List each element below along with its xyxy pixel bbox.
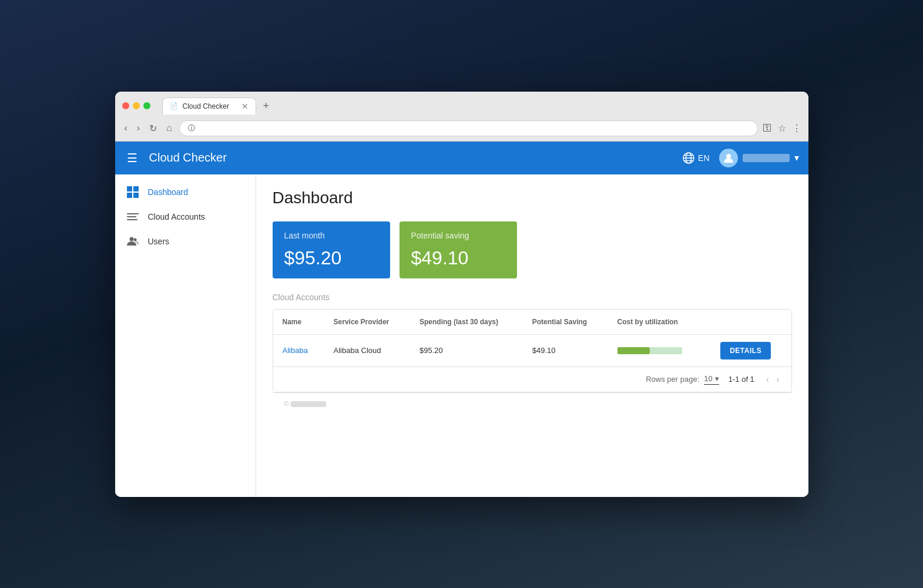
cell-spending: $95.20 — [410, 334, 523, 367]
traffic-lights — [122, 102, 150, 109]
col-action — [711, 310, 791, 335]
maximize-traffic-light[interactable] — [143, 102, 150, 109]
sidebar: Dashboard Cloud Accounts — [115, 174, 256, 497]
toolbar-right: ⚿ ☆ ⋮ — [763, 123, 801, 134]
key-icon: ⚿ — [763, 123, 772, 133]
utilization-bar — [617, 347, 688, 354]
sidebar-item-label-cloud-accounts: Cloud Accounts — [148, 212, 205, 221]
hamburger-button[interactable]: ☰ — [125, 149, 140, 167]
app-layout: ☰ Cloud Checker EN — [115, 142, 808, 497]
potential-saving-label: Potential saving — [411, 231, 505, 240]
col-spending: Spending (last 30 days) — [410, 310, 523, 335]
nav-right: EN ▾ — [683, 149, 798, 167]
copyright-symbol: © — [284, 400, 289, 407]
language-selector[interactable]: EN — [683, 152, 709, 164]
top-nav: ☰ Cloud Checker EN — [115, 142, 808, 174]
util-unused-bar — [650, 347, 682, 354]
language-label: EN — [698, 153, 709, 163]
main-area: Dashboard Cloud Accounts — [115, 174, 808, 497]
active-tab[interactable]: 📄 Cloud Checker ✕ — [162, 98, 256, 115]
address-bar[interactable]: ⓘ — [179, 120, 758, 136]
cell-action: DETAILS — [711, 334, 791, 367]
table-header-row: Name Service Provider Spending (last 30 … — [273, 310, 791, 335]
dashboard-icon — [127, 186, 139, 198]
stat-cards: Last month $95.20 Potential saving $49.1… — [273, 221, 792, 278]
sidebar-item-dashboard[interactable]: Dashboard — [115, 179, 256, 205]
user-menu-chevron: ▾ — [794, 152, 799, 163]
footer-company-name — [291, 401, 326, 407]
cell-utilization — [608, 334, 711, 367]
cloud-accounts-icon — [127, 213, 139, 220]
table-row: Alibaba Alibaba Cloud $95.20 $49.10 — [273, 334, 791, 367]
refresh-button[interactable]: ↻ — [147, 122, 159, 135]
sidebar-item-label-users: Users — [148, 237, 170, 246]
tab-title: Cloud Checker — [183, 102, 229, 110]
last-month-label: Last month — [284, 231, 378, 240]
avatar-icon — [723, 153, 734, 163]
sidebar-item-cloud-accounts[interactable]: Cloud Accounts — [115, 205, 256, 229]
star-icon[interactable]: ☆ — [778, 123, 786, 134]
svg-point-6 — [129, 237, 133, 241]
next-page-button[interactable]: › — [774, 373, 781, 386]
col-cost-utilization: Cost by utilization — [608, 310, 711, 335]
details-button[interactable]: DETAILS — [720, 342, 771, 359]
browser-chrome: 📄 Cloud Checker ✕ + ‹ › ↻ ⌂ ⓘ ⚿ ☆ ⋮ — [115, 92, 808, 142]
browser-tabs: 📄 Cloud Checker ✕ + — [162, 98, 801, 115]
svg-point-7 — [133, 238, 136, 241]
forward-button[interactable]: › — [135, 122, 142, 135]
tab-close-button[interactable]: ✕ — [241, 102, 249, 111]
last-month-value: $95.20 — [284, 247, 378, 269]
globe-icon — [683, 152, 694, 164]
util-used-bar — [617, 347, 650, 354]
stat-card-last-month: Last month $95.20 — [273, 221, 390, 278]
user-avatar — [719, 149, 738, 167]
rows-per-page-select[interactable]: 10 ▾ — [704, 374, 719, 385]
cell-service-provider: Alibaba Cloud — [324, 334, 410, 367]
cell-name: Alibaba — [273, 334, 324, 367]
data-table-container: Name Service Provider Spending (last 30 … — [273, 309, 792, 392]
rows-per-page-chevron: ▾ — [715, 374, 719, 383]
potential-saving-value: $49.10 — [411, 247, 505, 269]
info-icon: ⓘ — [188, 123, 195, 133]
cloud-accounts-table: Name Service Provider Spending (last 30 … — [273, 310, 791, 367]
app-title: Cloud Checker — [149, 151, 683, 164]
browser-titlebar: 📄 Cloud Checker ✕ + — [115, 92, 808, 118]
page-title: Dashboard — [273, 189, 792, 207]
table-footer: Rows per page: 10 ▾ 1-1 of 1 ‹ › — [273, 367, 791, 392]
cell-potential-saving: $49.10 — [523, 334, 608, 367]
stat-card-potential-saving: Potential saving $49.10 — [400, 221, 517, 278]
rows-per-page-value: 10 — [704, 374, 712, 383]
rows-per-page-control: Rows per page: 10 ▾ — [646, 374, 719, 385]
page-content: Dashboard Last month $95.20 Potential sa… — [256, 174, 808, 497]
page-range: 1-1 of 1 — [729, 375, 754, 384]
page-navigation: ‹ › — [764, 373, 782, 386]
col-potential-saving: Potential Saving — [523, 310, 608, 335]
sidebar-item-users[interactable]: Users — [115, 229, 256, 254]
close-traffic-light[interactable] — [122, 102, 129, 109]
prev-page-button[interactable]: ‹ — [764, 373, 771, 386]
svg-point-5 — [726, 154, 731, 159]
home-button[interactable]: ⌂ — [164, 122, 174, 135]
table-section-label: Cloud Accounts — [273, 293, 792, 302]
browser-toolbar: ‹ › ↻ ⌂ ⓘ ⚿ ☆ ⋮ — [115, 118, 808, 141]
users-icon — [127, 236, 139, 247]
minimize-traffic-light[interactable] — [133, 102, 140, 109]
col-service-provider: Service Provider — [324, 310, 410, 335]
page-footer: © — [273, 392, 792, 414]
browser-window: 📄 Cloud Checker ✕ + ‹ › ↻ ⌂ ⓘ ⚿ ☆ ⋮ — [115, 92, 808, 497]
sidebar-item-label-dashboard: Dashboard — [148, 187, 189, 197]
user-menu[interactable]: ▾ — [719, 149, 799, 167]
more-menu-icon[interactable]: ⋮ — [792, 123, 801, 134]
col-name: Name — [273, 310, 324, 335]
add-tab-button[interactable]: + — [259, 98, 274, 115]
user-name — [743, 154, 790, 162]
account-link-alibaba[interactable]: Alibaba — [283, 346, 308, 355]
back-button[interactable]: ‹ — [122, 122, 130, 135]
rows-per-page-label: Rows per page: — [646, 375, 699, 384]
tab-icon: 📄 — [170, 102, 178, 110]
